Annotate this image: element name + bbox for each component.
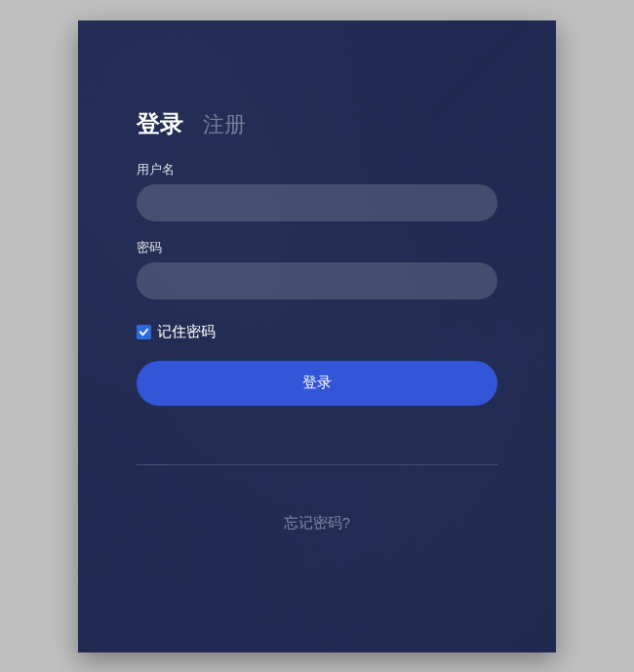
username-label: 用户名 [137, 161, 497, 178]
username-input[interactable] [137, 184, 497, 221]
tab-login[interactable]: 登录 [137, 108, 183, 139]
check-icon [139, 327, 149, 337]
password-input[interactable] [137, 262, 497, 299]
forgot-password-link[interactable]: 忘记密码? [284, 514, 350, 531]
login-card: 登录 注册 用户名 密码 记住密码 登录 忘记密码? [78, 20, 556, 652]
password-label: 密码 [137, 239, 497, 257]
auth-tabs: 登录 注册 [137, 108, 497, 139]
login-button[interactable]: 登录 [137, 361, 497, 406]
remember-label: 记住密码 [157, 323, 216, 341]
divider [137, 464, 497, 465]
tab-register[interactable]: 注册 [203, 110, 246, 139]
forgot-container: 忘记密码? [137, 514, 497, 533]
remember-checkbox[interactable] [137, 325, 151, 339]
remember-row: 记住密码 [137, 323, 497, 341]
